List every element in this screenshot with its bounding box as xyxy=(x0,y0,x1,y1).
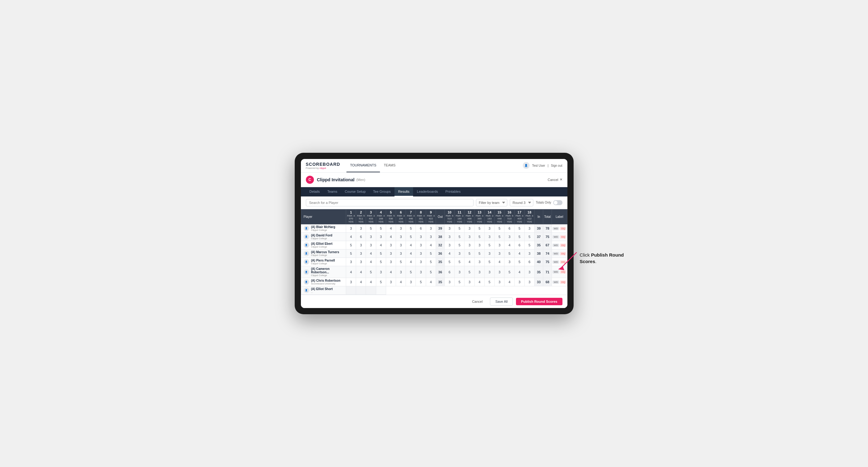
score-hole-17[interactable]: 5 xyxy=(515,258,524,266)
score-hole-6[interactable]: 3 xyxy=(396,249,406,258)
score-hole-16[interactable]: 6 xyxy=(504,224,515,233)
score-hole-8[interactable]: 3 xyxy=(416,266,426,278)
score-hole-13[interactable]: 3 xyxy=(474,258,484,266)
sub-nav-printables[interactable]: Printables xyxy=(442,187,464,196)
sub-nav-details[interactable]: Details xyxy=(306,187,324,196)
score-hole-1[interactable]: 5 xyxy=(346,249,356,258)
score-hole-5[interactable]: 3 xyxy=(386,258,396,266)
score-hole-1[interactable]: 4 xyxy=(346,266,356,278)
score-hole-17[interactable]: 4 xyxy=(515,249,524,258)
score-hole-18[interactable]: 3 xyxy=(524,224,534,233)
dq-badge[interactable]: DQ xyxy=(560,235,566,239)
score-hole-16[interactable]: 4 xyxy=(504,278,515,286)
score-hole-3[interactable]: 4 xyxy=(366,249,376,258)
dq-badge[interactable]: DQ xyxy=(560,244,566,247)
score-hole-6[interactable]: 3 xyxy=(396,266,406,278)
wd-badge[interactable]: WD xyxy=(553,235,559,239)
score-hole-5[interactable]: 3 xyxy=(386,241,396,249)
score-hole-17[interactable]: 6 xyxy=(515,241,524,249)
score-hole-5[interactable]: 4 xyxy=(386,224,396,233)
score-hole-13[interactable]: 5 xyxy=(474,224,484,233)
score-hole-13[interactable]: 3 xyxy=(474,241,484,249)
cancel-tournament-btn[interactable]: Cancel ✕ xyxy=(548,178,562,182)
score-hole-9[interactable]: 3 xyxy=(426,233,436,241)
score-hole-18[interactable]: 3 xyxy=(524,266,534,278)
score-hole-18[interactable]: 5 xyxy=(524,241,534,249)
score-hole-11[interactable]: 3 xyxy=(455,249,465,258)
score-hole-11[interactable]: 5 xyxy=(455,241,465,249)
score-hole-5[interactable]: 3 xyxy=(386,249,396,258)
score-hole-2[interactable]: 4 xyxy=(356,266,366,278)
score-hole-14[interactable]: 5 xyxy=(484,258,494,266)
score-hole-18[interactable]: 5 xyxy=(524,233,534,241)
search-input[interactable] xyxy=(306,199,474,207)
score-hole-4[interactable]: 5 xyxy=(376,278,386,286)
score-hole-6[interactable]: 5 xyxy=(396,258,406,266)
score-hole-17[interactable]: 4 xyxy=(515,266,524,278)
score-hole-8[interactable]: 3 xyxy=(416,241,426,249)
score-hole-10[interactable]: 5 xyxy=(444,258,454,266)
score-hole-14[interactable]: 5 xyxy=(484,241,494,249)
score-hole-12[interactable]: 4 xyxy=(465,258,474,266)
score-hole-18[interactable]: 3 xyxy=(524,278,534,286)
wd-badge[interactable]: WD xyxy=(553,244,559,247)
score-hole-8[interactable]: 3 xyxy=(416,249,426,258)
score-hole-3[interactable]: 4 xyxy=(366,258,376,266)
score-hole-2[interactable]: 3 xyxy=(356,224,366,233)
score-hole-2[interactable]: 6 xyxy=(356,233,366,241)
score-hole-15[interactable]: 3 xyxy=(495,241,504,249)
score-hole-15[interactable]: 5 xyxy=(495,233,504,241)
score-hole-10[interactable]: 3 xyxy=(444,241,454,249)
score-hole-12[interactable]: 3 xyxy=(465,278,474,286)
score-hole-7[interactable]: 4 xyxy=(406,249,416,258)
score-hole-6[interactable]: 4 xyxy=(396,278,406,286)
score-hole-8[interactable]: 3 xyxy=(416,233,426,241)
score-hole-11[interactable]: 5 xyxy=(455,233,465,241)
score-hole-12[interactable]: 3 xyxy=(465,241,474,249)
score-hole-8[interactable]: 3 xyxy=(416,258,426,266)
score-hole-3[interactable]: 4 xyxy=(366,278,376,286)
score-hole-1[interactable]: 4 xyxy=(346,233,356,241)
score-hole-6[interactable]: 3 xyxy=(396,233,406,241)
score-hole-12[interactable]: 5 xyxy=(465,249,474,258)
score-hole-17[interactable]: 5 xyxy=(515,224,524,233)
score-hole-16[interactable]: 5 xyxy=(504,249,515,258)
score-hole-3[interactable]: 3 xyxy=(366,241,376,249)
score-hole-14[interactable]: 5 xyxy=(484,278,494,286)
sub-nav-tee-groups[interactable]: Tee Groups xyxy=(369,187,395,196)
score-hole-14[interactable]: 3 xyxy=(484,233,494,241)
score-hole-12[interactable]: 3 xyxy=(465,224,474,233)
score-hole-9[interactable]: 4 xyxy=(426,278,436,286)
score-hole-16[interactable]: 3 xyxy=(504,233,515,241)
score-hole-11[interactable]: 5 xyxy=(455,258,465,266)
score-hole-4[interactable]: 3 xyxy=(376,233,386,241)
score-hole-4[interactable]: 5 xyxy=(376,258,386,266)
score-hole-14[interactable]: 3 xyxy=(484,249,494,258)
score-hole-14[interactable]: 3 xyxy=(484,224,494,233)
score-hole-13[interactable]: 4 xyxy=(474,278,484,286)
score-hole-6[interactable]: 3 xyxy=(396,241,406,249)
totals-toggle-switch[interactable] xyxy=(553,200,562,205)
sub-nav-course-setup[interactable]: Course Setup xyxy=(341,187,369,196)
score-hole-16[interactable]: 4 xyxy=(504,241,515,249)
sub-nav-leaderboards[interactable]: Leaderboards xyxy=(413,187,442,196)
score-hole-7[interactable]: 5 xyxy=(406,266,416,278)
score-hole-9[interactable]: 5 xyxy=(426,258,436,266)
score-hole-8[interactable]: 5 xyxy=(416,278,426,286)
score-hole-11[interactable]: 5 xyxy=(455,278,465,286)
score-hole-17[interactable]: 5 xyxy=(515,233,524,241)
nav-tournaments[interactable]: TOURNAMENTS xyxy=(346,159,380,173)
score-hole-6[interactable]: 3 xyxy=(396,224,406,233)
score-hole-9[interactable]: 5 xyxy=(426,249,436,258)
score-hole-1[interactable]: 3 xyxy=(346,224,356,233)
score-hole-3[interactable]: 3 xyxy=(366,233,376,241)
score-hole-2[interactable]: 3 xyxy=(356,249,366,258)
score-hole-15[interactable]: 3 xyxy=(495,278,504,286)
score-hole-15[interactable]: 4 xyxy=(495,258,504,266)
score-hole-3[interactable]: 5 xyxy=(366,266,376,278)
score-hole-2[interactable]: 3 xyxy=(356,241,366,249)
score-hole-13[interactable]: 3 xyxy=(474,266,484,278)
score-hole-17[interactable]: 3 xyxy=(515,278,524,286)
score-hole-12[interactable]: 5 xyxy=(465,266,474,278)
score-hole-18[interactable]: 6 xyxy=(524,258,534,266)
